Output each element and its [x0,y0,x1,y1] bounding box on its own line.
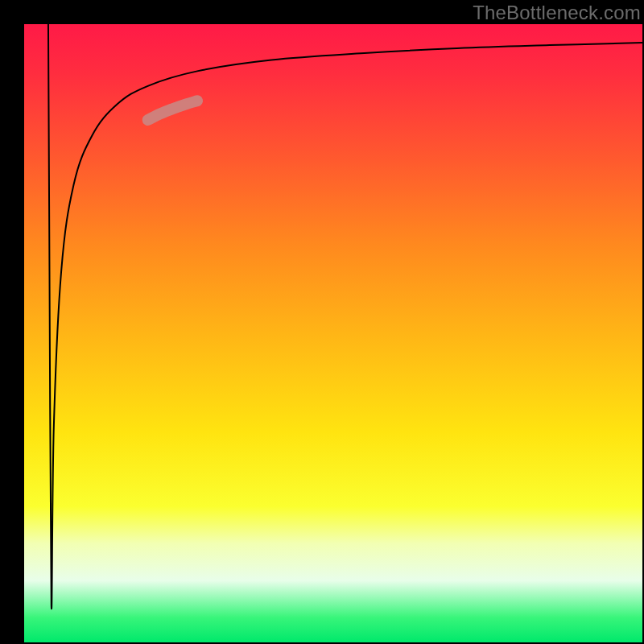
watermark-text: TheBottleneck.com [473,2,641,24]
curve-svg [24,24,642,642]
curve-highlight-segment [148,101,197,120]
bottleneck-curve [48,24,642,609]
chart-frame: TheBottleneck.com [0,0,644,644]
plot-area [24,24,642,642]
